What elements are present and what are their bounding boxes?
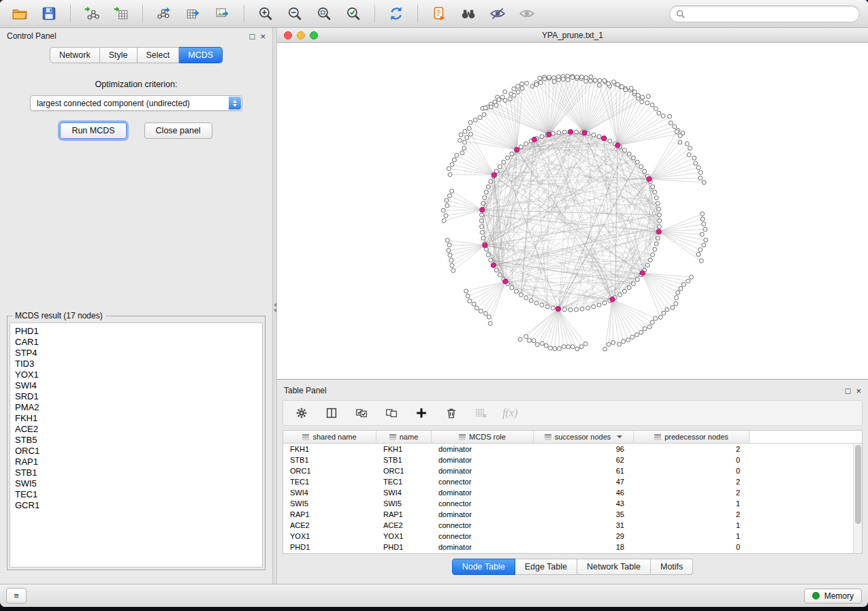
network-node[interactable] bbox=[690, 275, 694, 279]
network-node[interactable] bbox=[545, 305, 549, 309]
table-row[interactable]: ORC1ORC1dominator610 bbox=[283, 465, 853, 476]
cell-predecessor-nodes[interactable]: 0 bbox=[634, 455, 750, 465]
network-node[interactable] bbox=[444, 214, 448, 218]
mcds-hub-node[interactable] bbox=[582, 131, 587, 135]
cell-shared-name[interactable]: TEC1 bbox=[283, 476, 376, 487]
network-node[interactable] bbox=[540, 303, 544, 307]
cell-name[interactable]: YOX1 bbox=[376, 531, 432, 542]
network-node[interactable] bbox=[701, 212, 705, 216]
network-node[interactable] bbox=[519, 145, 523, 149]
cell-successor-nodes[interactable]: 43 bbox=[534, 498, 634, 509]
network-node[interactable] bbox=[603, 347, 607, 351]
cell-name[interactable]: TEC1 bbox=[376, 476, 432, 487]
run-mcds-button[interactable]: Run MCDS bbox=[60, 122, 126, 139]
cell-successor-nodes[interactable]: 29 bbox=[534, 531, 634, 542]
network-node[interactable] bbox=[597, 83, 601, 87]
network-node[interactable] bbox=[611, 341, 615, 345]
network-node[interactable] bbox=[639, 165, 643, 169]
network-node[interactable] bbox=[656, 201, 660, 205]
zoom-out-icon[interactable] bbox=[283, 3, 306, 24]
cell-mcds-role[interactable]: dominator bbox=[432, 465, 534, 476]
mcds-hub-node[interactable] bbox=[647, 177, 652, 182]
network-node[interactable] bbox=[598, 78, 602, 82]
network-node[interactable] bbox=[519, 293, 523, 297]
network-node[interactable] bbox=[704, 238, 708, 242]
network-node[interactable] bbox=[478, 116, 482, 120]
cell-mcds-role[interactable]: dominator bbox=[432, 509, 534, 520]
memory-button[interactable]: Memory bbox=[804, 589, 862, 604]
cell-predecessor-nodes[interactable]: 1 bbox=[634, 531, 750, 542]
result-item[interactable]: PHD1 bbox=[15, 326, 262, 337]
network-node[interactable] bbox=[698, 176, 703, 180]
network-node[interactable] bbox=[696, 165, 701, 169]
network-node[interactable] bbox=[674, 301, 678, 306]
network-node[interactable] bbox=[529, 299, 533, 303]
column-header-predecessor-nodes[interactable]: predecessor nodes bbox=[634, 431, 750, 443]
cell-mcds-role[interactable]: connector bbox=[432, 498, 534, 509]
network-node[interactable] bbox=[641, 95, 645, 99]
network-node[interactable] bbox=[450, 163, 454, 167]
column-header-shared-name[interactable]: shared name bbox=[283, 431, 376, 443]
network-node[interactable] bbox=[650, 320, 654, 325]
network-node[interactable] bbox=[497, 98, 501, 102]
network-node[interactable] bbox=[608, 139, 612, 143]
deselect-all-icon[interactable] bbox=[383, 404, 400, 422]
network-node[interactable] bbox=[654, 316, 658, 320]
network-node[interactable] bbox=[703, 227, 707, 231]
cell-shared-name[interactable]: STB1 bbox=[283, 455, 376, 465]
network-node[interactable] bbox=[635, 160, 639, 164]
network-node[interactable] bbox=[579, 75, 583, 79]
cell-shared-name[interactable]: PHD1 bbox=[283, 542, 376, 552]
delete-column-icon[interactable] bbox=[443, 404, 460, 422]
network-node[interactable] bbox=[575, 308, 579, 312]
network-node[interactable] bbox=[450, 263, 454, 267]
network-node[interactable] bbox=[661, 114, 665, 118]
network-node[interactable] bbox=[540, 342, 544, 346]
network-node[interactable] bbox=[479, 309, 483, 313]
network-node[interactable] bbox=[629, 86, 633, 90]
network-node[interactable] bbox=[702, 243, 706, 247]
network-node[interactable] bbox=[653, 247, 657, 251]
network-node[interactable] bbox=[627, 152, 631, 156]
network-node[interactable] bbox=[694, 161, 698, 165]
network-node[interactable] bbox=[451, 269, 455, 273]
network-node[interactable] bbox=[668, 114, 672, 118]
cell-successor-nodes[interactable]: 46 bbox=[534, 487, 634, 498]
network-node[interactable] bbox=[514, 289, 518, 293]
tab-select[interactable]: Select bbox=[138, 47, 180, 63]
network-node[interactable] bbox=[658, 218, 662, 222]
mcds-hub-node[interactable] bbox=[615, 143, 620, 148]
sort-menu-chevron-icon[interactable] bbox=[617, 435, 622, 438]
network-node[interactable] bbox=[498, 165, 502, 169]
mcds-hub-node[interactable] bbox=[480, 208, 485, 212]
network-node[interactable] bbox=[502, 160, 506, 164]
network-node[interactable] bbox=[512, 87, 516, 91]
network-node[interactable] bbox=[510, 286, 514, 290]
network-node[interactable] bbox=[650, 103, 654, 107]
table-row[interactable]: FKH1FKH1dominator962 bbox=[283, 444, 853, 455]
network-node[interactable] bbox=[657, 207, 661, 211]
network-node[interactable] bbox=[480, 225, 484, 229]
network-node[interactable] bbox=[586, 306, 590, 310]
network-node[interactable] bbox=[688, 146, 692, 150]
save-session-button[interactable] bbox=[37, 3, 61, 24]
network-node[interactable] bbox=[520, 86, 524, 90]
network-node[interactable] bbox=[525, 81, 529, 85]
cell-mcds-role[interactable]: connector bbox=[432, 520, 534, 531]
network-node[interactable] bbox=[592, 133, 596, 137]
network-node[interactable] bbox=[483, 196, 487, 200]
search-network-icon[interactable] bbox=[457, 3, 480, 24]
cell-predecessor-nodes[interactable]: 2 bbox=[634, 444, 750, 455]
network-node[interactable] bbox=[622, 340, 626, 344]
network-node[interactable] bbox=[607, 342, 611, 346]
network-node[interactable] bbox=[463, 129, 467, 133]
network-node[interactable] bbox=[696, 252, 701, 257]
network-node[interactable] bbox=[462, 146, 466, 150]
network-node[interactable] bbox=[489, 180, 493, 184]
network-node[interactable] bbox=[624, 88, 628, 92]
network-node[interactable] bbox=[553, 346, 557, 350]
network-node[interactable] bbox=[483, 106, 487, 110]
network-node[interactable] bbox=[648, 258, 652, 262]
network-node[interactable] bbox=[447, 194, 451, 198]
cell-name[interactable]: ORC1 bbox=[376, 465, 432, 476]
